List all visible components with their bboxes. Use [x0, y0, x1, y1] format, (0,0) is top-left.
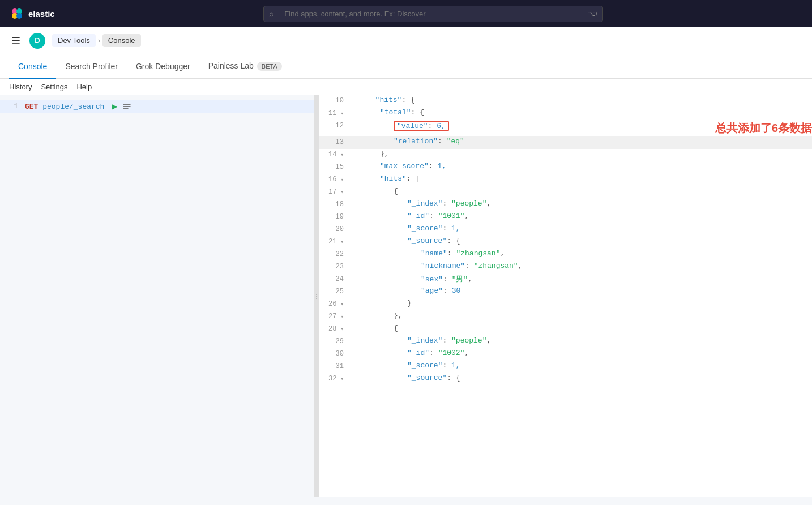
- out-num-13: 13: [319, 137, 353, 146]
- editor-panel[interactable]: 1 GET people/_search ▶: [0, 95, 314, 497]
- out-content-32: "_source": {: [353, 374, 812, 382]
- breadcrumb-console[interactable]: Console: [102, 34, 141, 47]
- out-content-29: "_index": "people",: [353, 336, 812, 345]
- output-line-17: 17 ▾ {: [319, 186, 812, 199]
- out-num-31: 31: [319, 361, 353, 370]
- output-line-25: 25 "age": 30: [319, 286, 812, 298]
- editor-path: people/_search: [38, 102, 104, 111]
- line-number-1: 1: [5, 102, 18, 110]
- out-content-22: "name": "zhangsan",: [353, 249, 812, 258]
- out-content-23: "nickname": "zhangsan",: [353, 262, 812, 270]
- output-line-21: 21 ▾ "_source": {: [319, 236, 812, 249]
- breadcrumb-devtools[interactable]: Dev Tools: [52, 34, 96, 47]
- out-num-14: 14 ▾: [319, 149, 353, 159]
- out-content-11: "total": {: [353, 108, 812, 117]
- output-line-10: 10 "hits": {: [319, 95, 812, 108]
- out-content-31: "_score": 1,: [353, 361, 812, 370]
- out-content-21: "_source": {: [353, 237, 812, 245]
- out-num-28: 28 ▾: [319, 324, 353, 333]
- out-num-23: 23: [319, 262, 353, 271]
- out-num-10: 10: [319, 96, 353, 105]
- output-line-28: 28 ▾ {: [319, 323, 812, 336]
- out-content-30: "_id": "1002",: [353, 349, 812, 357]
- editor-line-1[interactable]: 1 GET people/_search ▶: [0, 100, 314, 113]
- tool-bar: History Settings Help: [0, 79, 812, 95]
- output-line-26: 26 ▾ }: [319, 298, 812, 311]
- global-search-icon: ⌕: [269, 9, 273, 18]
- tab-painless-lab[interactable]: Painless LabBETA: [199, 54, 291, 79]
- main-content: 1 GET people/_search ▶ ⋮: [0, 95, 812, 497]
- output-line-13: 13 "relation": "eq": [319, 136, 812, 149]
- output-line-15: 15 "max_score": 1,: [319, 161, 812, 174]
- global-search-input[interactable]: [263, 6, 603, 22]
- output-line-29: 29 "_index": "people",: [319, 336, 812, 348]
- output-line-32: 32 ▾ "_source": {: [319, 373, 812, 386]
- search-shortcut-hint: ⌥/: [588, 10, 597, 18]
- out-content-13: "relation": "eq": [353, 137, 812, 145]
- out-num-12: 12: [319, 121, 353, 130]
- out-content-18: "_index": "people",: [353, 199, 812, 208]
- painless-lab-beta-badge: BETA: [257, 62, 282, 71]
- output-line-22: 22 "name": "zhangsan",: [319, 249, 812, 261]
- run-button[interactable]: ▶: [109, 101, 120, 112]
- tab-search-profiler[interactable]: Search Profiler: [56, 55, 127, 79]
- out-num-24: 24: [319, 274, 353, 283]
- http-method: GET: [25, 102, 38, 111]
- out-content-17: {: [353, 187, 812, 195]
- hamburger-menu-button[interactable]: ☰: [9, 32, 23, 49]
- out-content-26: }: [353, 299, 812, 307]
- out-content-24: "sex": "男",: [353, 274, 812, 284]
- output-line-30: 30 "_id": "1002",: [319, 348, 812, 361]
- out-content-25: "age": 30: [353, 286, 812, 295]
- svg-point-3: [16, 13, 22, 19]
- panel-divider[interactable]: ⋮: [314, 95, 319, 497]
- second-navigation: ☰ D Dev Tools › Console: [0, 27, 812, 54]
- out-content-27: },: [353, 311, 812, 320]
- out-num-11: 11 ▾: [319, 108, 353, 117]
- output-line-23: 23 "nickname": "zhangsan",: [319, 261, 812, 273]
- tab-console[interactable]: Console: [9, 55, 56, 79]
- out-num-20: 20: [319, 224, 353, 233]
- tab-grok-debugger[interactable]: Grok Debugger: [127, 55, 199, 79]
- help-button[interactable]: Help: [76, 83, 92, 91]
- out-content-12: "value": 6,: [353, 121, 708, 131]
- editor-content: 1 GET people/_search ▶: [0, 95, 314, 118]
- output-line-16: 16 ▾ "hits": [: [319, 174, 812, 186]
- tab-bar: Console Search Profiler Grok Debugger Pa…: [0, 54, 812, 79]
- output-line-24: 24 "sex": "男",: [319, 273, 812, 286]
- out-num-18: 18: [319, 199, 353, 208]
- output-line-31: 31 "_score": 1,: [319, 361, 812, 373]
- out-num-15: 15: [319, 162, 353, 171]
- breadcrumb: Dev Tools › Console: [52, 34, 141, 47]
- annotation-text: 总共添加了6条数据: [715, 121, 812, 136]
- editor-tools-button[interactable]: [122, 101, 131, 112]
- value-highlight-box: "value": 6,: [394, 121, 449, 131]
- settings-button[interactable]: Settings: [41, 83, 67, 91]
- output-line-14: 14 ▾ },: [319, 149, 812, 161]
- out-content-20: "_score": 1,: [353, 224, 812, 233]
- out-num-29: 29: [319, 336, 353, 345]
- out-content-15: "max_score": 1,: [353, 162, 812, 170]
- out-num-21: 21 ▾: [319, 237, 353, 246]
- annotated-region: 10 "hits": { 11 ▾ "total": { 12: [319, 95, 812, 386]
- history-button[interactable]: History: [9, 83, 32, 91]
- elastic-logo-text: elastic: [28, 9, 55, 19]
- output-line-19: 19 "_id": "1001",: [319, 211, 812, 224]
- editor-actions: ▶: [109, 101, 131, 112]
- out-num-32: 32 ▾: [319, 374, 353, 383]
- output-content: 10 "hits": { 11 ▾ "total": { 12: [319, 95, 812, 386]
- out-content-16: "hits": [: [353, 174, 812, 183]
- top-navigation: elastic ⌕ ⌥/: [0, 0, 812, 27]
- global-search-bar[interactable]: ⌕ ⌥/: [263, 6, 603, 22]
- out-num-19: 19: [319, 212, 353, 221]
- out-num-27: 27 ▾: [319, 311, 353, 320]
- out-content-28: {: [353, 324, 812, 332]
- breadcrumb-separator: ›: [98, 37, 100, 45]
- output-line-27: 27 ▾ },: [319, 311, 812, 323]
- user-avatar[interactable]: D: [29, 33, 45, 49]
- out-num-17: 17 ▾: [319, 187, 353, 196]
- output-panel[interactable]: 10 "hits": { 11 ▾ "total": { 12: [319, 95, 812, 497]
- elastic-logo[interactable]: elastic: [9, 6, 55, 22]
- out-num-26: 26 ▾: [319, 299, 353, 308]
- out-content-10: "hits": {: [353, 96, 812, 104]
